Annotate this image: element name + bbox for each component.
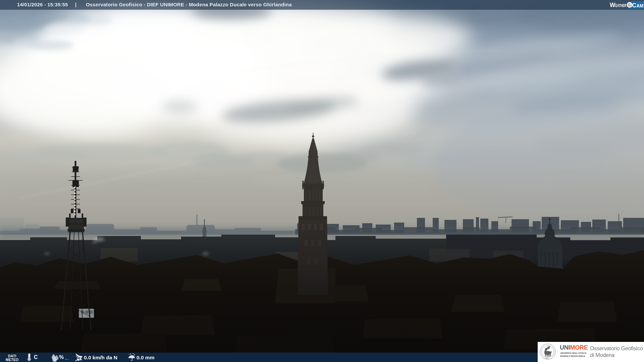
svg-text:1175: 1175	[545, 358, 548, 359]
svg-text:W: W	[610, 2, 615, 8]
svg-text:EATHER: EATHER	[615, 3, 627, 8]
svg-text:C: C	[632, 2, 637, 9]
svg-text:AM: AM	[637, 3, 644, 8]
